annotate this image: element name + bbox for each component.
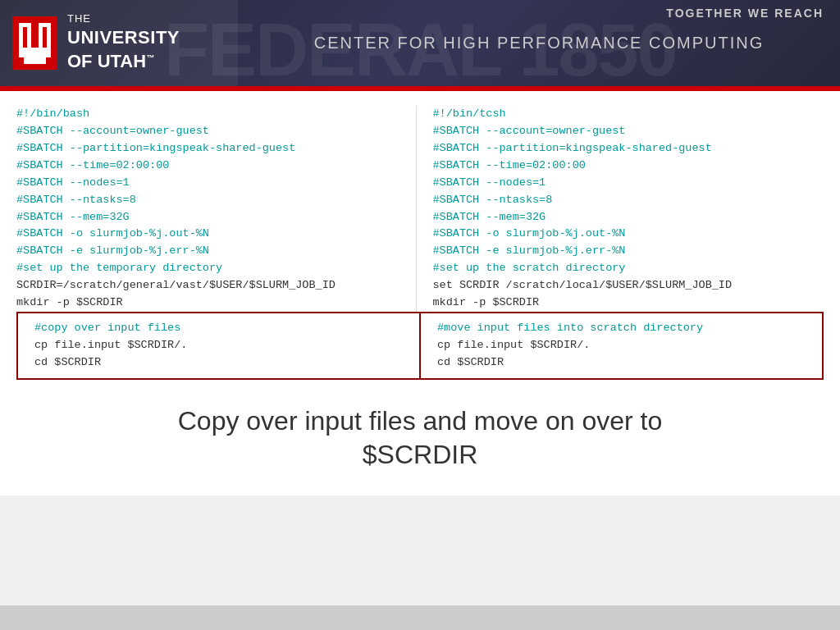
left-line-10: #set up the temporary directory <box>16 260 408 277</box>
left-line-8: #SBATCH -o slurmjob-%j.out-%N <box>16 226 408 243</box>
right-line-12: mkdir -p $SCRDIR <box>433 294 824 312</box>
footer-bar <box>0 605 840 630</box>
right-line-1: #!/bin/tcsh <box>433 106 824 123</box>
left-line-12: mkdir -p $SCRDIR <box>16 294 408 312</box>
highlight-right-line-3: cd $SCRDIR <box>437 354 814 372</box>
svg-rect-4 <box>24 52 46 64</box>
svg-rect-6 <box>43 27 47 48</box>
logo-university: UNIVERSITY <box>67 26 180 50</box>
right-line-8: #SBATCH -o slurmjob-%j.out-%N <box>433 226 824 243</box>
logo-area: THE UNIVERSITY OF UTAH™ <box>0 0 238 86</box>
left-line-4: #SBATCH --time=02:00:00 <box>16 158 408 175</box>
highlight-right-line-2: cp file.input $SCRDIR/. <box>437 337 814 354</box>
header: FEDERAL 1850 TOGETHER WE REACH THE UNIVE… <box>0 0 840 86</box>
right-line-10: #set up the scratch directory <box>433 260 824 277</box>
logo-the: THE <box>67 12 180 26</box>
left-line-9: #SBATCH -e slurmjob-%j.err-%N <box>16 243 408 260</box>
right-line-5: #SBATCH --nodes=1 <box>433 175 824 192</box>
svg-rect-5 <box>23 27 27 48</box>
left-line-11: SCRDIR=/scratch/general/vast/$USER/$SLUR… <box>16 277 408 294</box>
highlight-right-line-1: #move input files into scratch directory <box>437 320 814 337</box>
logo-of-utah: OF UTAH™ <box>67 50 180 74</box>
left-line-3: #SBATCH --partition=kingspeak-shared-gue… <box>16 140 408 158</box>
main-content: #!/bin/bash #SBATCH --account=owner-gues… <box>0 91 840 495</box>
highlight-right-column: #move input files into scratch directory… <box>421 313 822 378</box>
left-line-5: #SBATCH --nodes=1 <box>16 175 408 192</box>
left-line-2: #SBATCH --account=owner-guest <box>16 123 408 140</box>
highlight-section: #copy over input files cp file.input $SC… <box>16 312 824 380</box>
right-line-7: #SBATCH --mem=32G <box>433 209 824 226</box>
logo-text: THE UNIVERSITY OF UTAH™ <box>67 12 180 73</box>
highlight-left-line-2: cp file.input $SCRDIR/. <box>34 337 411 354</box>
left-code-column: #!/bin/bash #SBATCH --account=owner-gues… <box>16 106 417 312</box>
left-line-6: #SBATCH --ntasks=8 <box>16 192 408 209</box>
highlight-left-column: #copy over input files cp file.input $SC… <box>18 313 421 378</box>
highlight-left-line-1: #copy over input files <box>34 320 411 337</box>
university-logo <box>12 16 57 70</box>
bottom-text-line2: $SCRDIR <box>33 438 807 472</box>
code-columns: #!/bin/bash #SBATCH --account=owner-gues… <box>16 106 824 312</box>
right-line-3: #SBATCH --partition=kingspeak-shared-gue… <box>433 140 824 158</box>
bottom-text-line1: Copy over input files and move on over t… <box>33 404 807 439</box>
right-line-4: #SBATCH --time=02:00:00 <box>433 158 824 175</box>
right-line-9: #SBATCH -e slurmjob-%j.err-%N <box>433 243 824 260</box>
right-code-column: #!/bin/tcsh #SBATCH --account=owner-gues… <box>417 106 824 312</box>
right-line-6: #SBATCH --ntasks=8 <box>433 192 824 209</box>
center-title: CENTER FOR HIGH PERFORMANCE COMPUTING <box>314 34 764 52</box>
left-line-1: #!/bin/bash <box>16 106 408 123</box>
together-we-reach-text: TOGETHER WE REACH <box>666 7 824 20</box>
highlight-left-line-3: cd $SCRDIR <box>34 354 411 372</box>
right-line-11: set SCRDIR /scratch/local/$USER/$SLURM_J… <box>433 277 824 294</box>
right-line-2: #SBATCH --account=owner-guest <box>433 123 824 140</box>
left-line-7: #SBATCH --mem=32G <box>16 209 408 226</box>
bottom-description: Copy over input files and move on over t… <box>16 380 824 481</box>
